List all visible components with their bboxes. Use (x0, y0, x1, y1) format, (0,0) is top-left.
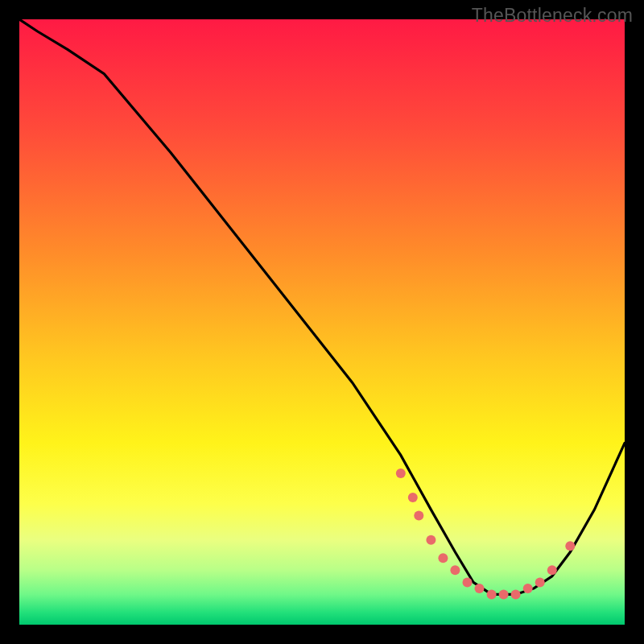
watermark-text: TheBottleneck.com (472, 5, 633, 27)
chart-marker-dot (499, 589, 509, 599)
chart-marker-dot (450, 565, 460, 575)
chart-marker-dot (547, 565, 557, 575)
chart-marker-dot (565, 541, 575, 551)
chart-marker-dot (475, 584, 485, 593)
chart-marker-dot (535, 577, 545, 587)
chart-curve (19, 19, 625, 594)
chart-marker-dot (463, 577, 473, 587)
chart-overlay (19, 19, 625, 625)
chart-marker-dot (414, 511, 423, 521)
chart-marker-dot (408, 493, 418, 502)
chart-marker-dot (511, 589, 521, 599)
chart-marker-dot (487, 589, 497, 599)
chart-marker-dot (426, 535, 436, 545)
chart-marker-dot (523, 584, 533, 593)
chart-marker-dot (438, 553, 448, 563)
chart-marker-dot (396, 469, 406, 478)
